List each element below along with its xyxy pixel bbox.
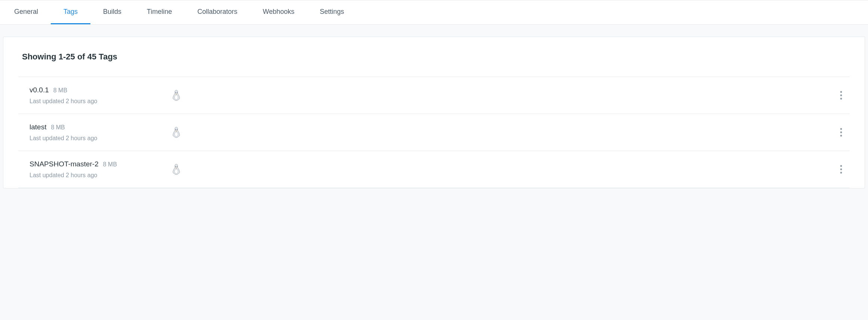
- tag-updated: Last updated 2 hours ago: [30, 172, 171, 179]
- tag-updated: Last updated 2 hours ago: [30, 98, 171, 105]
- svg-point-2: [174, 95, 178, 99]
- svg-point-10: [840, 132, 842, 133]
- svg-point-11: [840, 135, 842, 137]
- tag-name-line: SNAPSHOT-master-2 8 MB: [30, 160, 171, 168]
- repo-tabs-inner: General Tags Builds Timeline Collaborato…: [9, 0, 859, 24]
- tag-size: 8 MB: [53, 87, 67, 94]
- svg-point-4: [840, 95, 842, 96]
- linux-icon: [171, 127, 181, 138]
- tag-row: v0.0.1 8 MB Last updated 2 hours ago: [18, 77, 850, 114]
- tag-name[interactable]: v0.0.1: [30, 86, 49, 94]
- tab-collaborators[interactable]: Collaborators: [185, 0, 250, 24]
- tag-row-menu-button[interactable]: [833, 88, 850, 103]
- tag-name-line: v0.0.1 8 MB: [30, 86, 171, 94]
- tags-count-heading: Showing 1-25 of 45 Tags: [18, 52, 850, 62]
- svg-point-7: [177, 129, 177, 130]
- tag-row-menu-button[interactable]: [833, 162, 850, 177]
- content-area: Showing 1-25 of 45 Tags v0.0.1 8 MB Last…: [0, 25, 868, 188]
- svg-point-15: [840, 165, 842, 167]
- tab-general[interactable]: General: [9, 0, 51, 24]
- svg-point-3: [840, 91, 842, 93]
- tab-settings[interactable]: Settings: [307, 0, 357, 24]
- tag-info: latest 8 MB Last updated 2 hours ago: [30, 123, 171, 142]
- svg-point-14: [174, 169, 178, 173]
- linux-icon: [171, 164, 181, 175]
- svg-point-6: [175, 129, 176, 130]
- svg-point-17: [840, 172, 842, 174]
- svg-point-12: [175, 166, 176, 167]
- tag-row-menu-button[interactable]: [833, 125, 850, 140]
- tab-timeline[interactable]: Timeline: [134, 0, 185, 24]
- tab-tags[interactable]: Tags: [51, 0, 90, 24]
- tag-name[interactable]: SNAPSHOT-master-2: [30, 160, 99, 168]
- tag-row: SNAPSHOT-master-2 8 MB Last updated 2 ho…: [18, 151, 850, 188]
- tab-builds[interactable]: Builds: [90, 0, 134, 24]
- svg-point-16: [840, 169, 842, 170]
- tag-info: SNAPSHOT-master-2 8 MB Last updated 2 ho…: [30, 160, 171, 179]
- svg-point-5: [840, 98, 842, 100]
- tab-webhooks[interactable]: Webhooks: [250, 0, 307, 24]
- tag-name[interactable]: latest: [30, 123, 46, 131]
- tag-size: 8 MB: [51, 124, 65, 131]
- repo-tabs: General Tags Builds Timeline Collaborato…: [0, 0, 868, 25]
- tag-info: v0.0.1 8 MB Last updated 2 hours ago: [30, 86, 171, 105]
- tags-panel: Showing 1-25 of 45 Tags v0.0.1 8 MB Last…: [3, 37, 865, 188]
- tag-size: 8 MB: [103, 161, 117, 168]
- linux-icon: [171, 90, 181, 101]
- svg-point-9: [840, 128, 842, 130]
- svg-point-13: [177, 166, 177, 167]
- svg-point-8: [174, 132, 178, 136]
- tag-updated: Last updated 2 hours ago: [30, 135, 171, 142]
- tag-row: latest 8 MB Last updated 2 hours ago: [18, 114, 850, 151]
- svg-point-0: [175, 92, 176, 93]
- tag-name-line: latest 8 MB: [30, 123, 171, 131]
- svg-point-1: [177, 92, 177, 93]
